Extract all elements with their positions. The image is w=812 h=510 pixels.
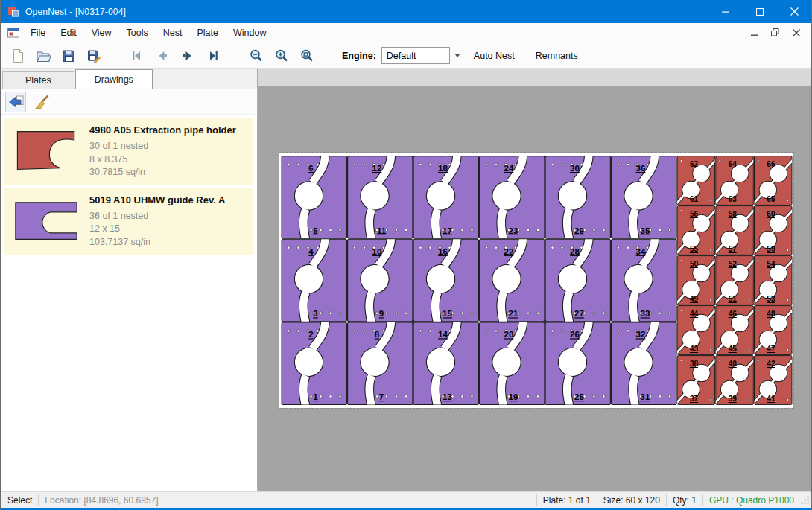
drawings-toolbar: [1, 89, 257, 115]
part-number: 28: [570, 247, 580, 256]
app-icon: [7, 6, 19, 18]
remnants-button[interactable]: Remnants: [528, 46, 586, 66]
part-number: 44: [690, 310, 699, 318]
auto-nest-button[interactable]: Auto Nest: [466, 46, 522, 66]
engine-label: Engine:: [342, 51, 376, 61]
status-separator: [666, 494, 667, 506]
resize-grip-icon[interactable]: [800, 495, 810, 507]
part-number: 57: [729, 245, 738, 253]
part-number: 29: [574, 226, 584, 235]
new-button[interactable]: [7, 45, 29, 67]
menu-bar: FileEditViewToolsNestPlateWindow: [1, 23, 811, 42]
part-number: 52: [729, 260, 738, 268]
part-number: 54: [767, 260, 775, 268]
guide-part-shape: [10, 200, 82, 243]
menu-item[interactable]: Edit: [53, 23, 84, 42]
drawing-thumbnail: [9, 124, 83, 179]
tab-plates[interactable]: Plates: [2, 71, 74, 89]
close-button[interactable]: [777, 0, 811, 23]
status-separator: [702, 494, 703, 506]
part-number: 63: [729, 195, 738, 203]
drawing-item[interactable]: 4980 A05 Extraction pipe holder 30 of 1 …: [4, 118, 253, 185]
status-bar: Select Location: [84.8696, 60.6957] Plat…: [1, 491, 811, 508]
part-number: 14: [438, 330, 448, 339]
part-number: 25: [574, 392, 584, 401]
drawing-title: 5019 A10 UHMW guide Rev. A: [89, 194, 225, 205]
mdi-minimize-button[interactable]: [745, 25, 764, 40]
drawing-area: 103.7137 sq/in: [89, 236, 225, 249]
menu-item[interactable]: Nest: [156, 23, 190, 42]
drawing-item[interactable]: 5019 A10 UHMW guide Rev. A 36 of 1 neste…: [4, 188, 253, 255]
nest-canvas[interactable]: 6512111817242330293635431091615222128273…: [258, 69, 811, 491]
drawing-title: 4980 A05 Extraction pipe holder: [89, 124, 236, 136]
zoom-in-button[interactable]: [270, 45, 293, 67]
part-number: 11: [377, 226, 387, 235]
drawing-size: 12 x 15: [89, 223, 225, 236]
title-bar: OpenNest - [N0317-004]: [1, 0, 811, 23]
purple-parts-group: 6512111817242330293635431091615222128273…: [282, 154, 676, 407]
part-number: 60: [767, 210, 775, 218]
part-number: 36: [636, 164, 646, 173]
status-separator: [536, 494, 537, 506]
status-plate: Plate: 1 of 1: [543, 495, 591, 506]
save-button[interactable]: [57, 45, 80, 67]
engine-select[interactable]: Default: [381, 47, 450, 64]
part-number: 9: [379, 309, 384, 318]
window-title: OpenNest - [N0317-004]: [25, 7, 126, 17]
part-number: 26: [570, 330, 580, 339]
part-number: 22: [504, 247, 514, 256]
clean-button[interactable]: [31, 92, 52, 112]
app-window: OpenNest - [N0317-004] FileEditViewTools…: [0, 0, 812, 510]
menu-items: FileEditViewToolsNestPlateWindow: [23, 23, 273, 42]
maximize-button[interactable]: [743, 0, 777, 23]
part-number: 2: [308, 330, 313, 339]
engine-selected-value: Default: [387, 51, 416, 61]
drawing-area: 30.7815 sq/in: [89, 166, 236, 179]
part-number: 4: [308, 247, 314, 256]
menu-item[interactable]: Tools: [119, 23, 156, 42]
mdi-close-button[interactable]: [787, 25, 805, 40]
import-drawing-button[interactable]: [5, 92, 26, 112]
part-number: 65: [767, 195, 775, 203]
part-number: 18: [438, 164, 448, 173]
part-number: 33: [641, 309, 650, 318]
zoom-out-button[interactable]: [245, 45, 267, 67]
status-mode: Select: [1, 495, 32, 506]
part-number: 20: [504, 330, 514, 339]
next-plate-button[interactable]: [177, 45, 199, 67]
last-plate-button[interactable]: [202, 45, 224, 67]
status-gpu: GPU : Quadro P1000: [709, 495, 794, 506]
part-number: 19: [509, 392, 518, 401]
part-number: 31: [641, 392, 650, 401]
engine-dropdown-arrow-icon[interactable]: [454, 54, 460, 57]
part-number: 51: [729, 295, 738, 303]
status-size: Size: 60 x 120: [603, 495, 660, 506]
minimize-button[interactable]: [708, 0, 743, 23]
first-plate-button[interactable]: [126, 45, 148, 67]
mdi-child-icon[interactable]: [7, 28, 19, 38]
drawing-nested-count: 36 of 1 nested: [89, 210, 225, 223]
menu-item[interactable]: Plate: [189, 23, 226, 42]
part-number: 1: [313, 392, 318, 401]
menu-item[interactable]: Window: [226, 23, 273, 42]
drawing-size: 8 x 8.375: [89, 153, 236, 167]
open-button[interactable]: [32, 45, 54, 67]
save-as-button[interactable]: [83, 45, 105, 67]
menu-item[interactable]: File: [23, 23, 53, 42]
mdi-restore-button[interactable]: [766, 25, 784, 40]
part-number: 39: [729, 395, 738, 403]
tab-drawings[interactable]: Drawings: [75, 69, 153, 89]
prev-plate-button[interactable]: [151, 45, 174, 67]
part-number: 17: [443, 226, 452, 235]
zoom-fit-button[interactable]: [296, 45, 318, 67]
part-number: 55: [690, 245, 699, 253]
menu-item[interactable]: View: [84, 23, 119, 42]
status-qty: Qty: 1: [673, 495, 697, 506]
drawing-thumbnail: [9, 194, 83, 249]
part-number: 66: [767, 160, 775, 168]
main-toolbar: Engine: Default Auto Nest Remnants: [1, 42, 811, 69]
part-number: 21: [509, 309, 518, 318]
nest-svg[interactable]: 6512111817242330293635431091615222128273…: [279, 153, 793, 408]
nest-plate[interactable]: 6512111817242330293635431091615222128273…: [279, 153, 793, 408]
part-number: 5: [313, 226, 318, 235]
